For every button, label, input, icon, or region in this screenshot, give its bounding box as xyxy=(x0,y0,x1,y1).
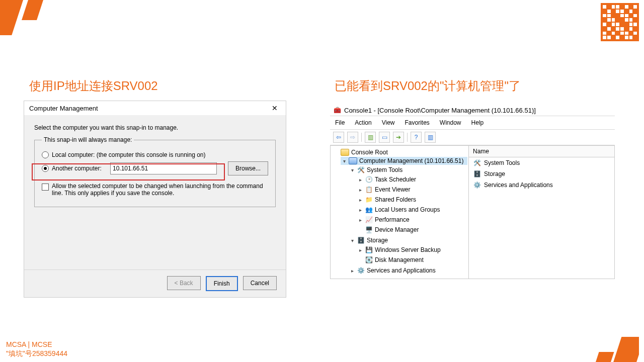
qr-code xyxy=(601,3,639,41)
another-computer-input[interactable] xyxy=(110,162,217,174)
menu-favorites[interactable]: Favorites xyxy=(404,118,431,127)
services-apps-icon: ⚙️ xyxy=(357,266,365,275)
back-button: < Back xyxy=(167,276,201,290)
storage-icon: 🗄️ xyxy=(357,236,365,244)
export-icon[interactable]: ➔ xyxy=(393,132,404,143)
tree-task-scheduler[interactable]: Task Scheduler xyxy=(375,176,416,183)
tree-shared-folders[interactable]: Shared Folders xyxy=(375,196,416,203)
radio-local-computer[interactable] xyxy=(42,151,49,158)
tree-event-viewer[interactable]: Event Viewer xyxy=(375,186,410,193)
tree-performance[interactable]: Performance xyxy=(375,216,410,223)
shared-folders-icon: 📁 xyxy=(365,196,373,204)
help-icon[interactable]: ? xyxy=(411,132,422,143)
dialog-title: Computer Management xyxy=(29,105,98,112)
list-item-label: Storage xyxy=(484,170,505,177)
list-item-label: Services and Applications xyxy=(484,182,553,189)
mmc-app-icon: 🧰 xyxy=(333,106,341,114)
menu-window[interactable]: Window xyxy=(439,118,462,127)
footer: MCSA | MCSE "填坑"号258359444 xyxy=(6,340,67,358)
tree-device-manager[interactable]: Device Manager xyxy=(375,226,419,233)
system-tools-icon: 🛠️ xyxy=(357,166,365,174)
tree-computer-management[interactable]: Computer Management (10.101.66.51) xyxy=(359,157,463,164)
tree-disk-management[interactable]: Disk Management xyxy=(375,256,424,263)
task-scheduler-icon: 🕑 xyxy=(365,175,373,184)
list-item[interactable]: ⚙️Services and Applications xyxy=(469,179,614,191)
heading-left: 使用IP地址连接SRV002 xyxy=(29,78,158,94)
local-users-icon: 👥 xyxy=(365,206,373,214)
tree-system-tools[interactable]: System Tools xyxy=(367,166,403,173)
column-header-name[interactable]: Name xyxy=(469,146,614,157)
mmc-toolbar: ⇦ ⇨ ▥ ▭ ➔ ? ▥ xyxy=(330,130,615,145)
select-computer-dialog: Computer Management ✕ Select the compute… xyxy=(24,101,286,298)
allow-change-label: Allow the selected computer to be change… xyxy=(52,183,268,197)
performance-icon: 📈 xyxy=(365,216,373,224)
decoration-top xyxy=(0,0,55,35)
menu-file[interactable]: File xyxy=(334,118,346,127)
fieldset-legend: This snap-in will always manage: xyxy=(42,136,134,143)
radio-another-label: Another computer: xyxy=(52,165,107,172)
device-manager-icon: 🖥️ xyxy=(365,226,373,234)
services-apps-icon: ⚙️ xyxy=(473,181,481,189)
menu-help[interactable]: Help xyxy=(470,118,485,127)
close-icon[interactable]: ✕ xyxy=(269,104,281,112)
tree-local-users[interactable]: Local Users and Groups xyxy=(375,206,440,213)
mmc-title-text: Console1 - [Console Root\Computer Manage… xyxy=(344,107,536,114)
mmc-menubar: File Action View Favorites Window Help xyxy=(330,116,615,130)
footer-line2: "填坑"号258359444 xyxy=(6,349,67,358)
nav-back-icon[interactable]: ⇦ xyxy=(333,132,344,143)
list-item[interactable]: 🛠️System Tools xyxy=(469,157,614,168)
tree-storage[interactable]: Storage xyxy=(367,237,388,244)
browse-button[interactable]: Browse... xyxy=(228,161,268,175)
list-item[interactable]: 🗄️Storage xyxy=(469,168,614,179)
cancel-button[interactable]: Cancel xyxy=(243,276,277,290)
computer-mgmt-icon xyxy=(349,157,357,164)
finish-button[interactable]: Finish xyxy=(206,276,238,291)
event-viewer-icon: 📋 xyxy=(365,186,373,194)
storage-icon: 🗄️ xyxy=(473,170,481,178)
tree-console-root[interactable]: Console Root xyxy=(351,149,388,156)
mmc-tree[interactable]: Console Root ▾Computer Management (10.10… xyxy=(331,146,469,279)
mmc-window: 🧰 Console1 - [Console Root\Computer Mana… xyxy=(330,105,615,279)
wsb-icon: 💾 xyxy=(365,246,373,254)
allow-change-checkbox[interactable] xyxy=(42,184,49,191)
decoration-bottom xyxy=(584,332,639,362)
view-icon[interactable]: ▥ xyxy=(425,132,436,143)
menu-action[interactable]: Action xyxy=(354,118,372,127)
mmc-content-pane: Name 🛠️System Tools 🗄️Storage ⚙️Services… xyxy=(469,146,614,279)
show-hide-tree-icon[interactable]: ▥ xyxy=(365,132,376,143)
list-item-label: System Tools xyxy=(484,159,520,166)
menu-view[interactable]: View xyxy=(381,118,396,127)
properties-icon[interactable]: ▭ xyxy=(379,132,390,143)
tree-windows-server-backup[interactable]: Windows Server Backup xyxy=(375,246,441,253)
dialog-prompt: Select the computer you want this snap-i… xyxy=(34,124,276,131)
heading-right: 已能看到SRV002的"计算机管理"了 xyxy=(335,78,521,94)
folder-icon xyxy=(341,149,349,156)
tree-services-apps[interactable]: Services and Applications xyxy=(367,267,436,274)
radio-another-computer[interactable] xyxy=(42,165,49,172)
footer-line1: MCSA | MCSE xyxy=(6,340,67,349)
disk-mgmt-icon: 💽 xyxy=(365,256,373,264)
nav-forward-icon[interactable]: ⇨ xyxy=(347,132,358,143)
radio-local-label: Local computer: (the computer this conso… xyxy=(52,151,206,158)
system-tools-icon: 🛠️ xyxy=(473,159,481,167)
manage-fieldset: This snap-in will always manage: Local c… xyxy=(34,136,276,207)
